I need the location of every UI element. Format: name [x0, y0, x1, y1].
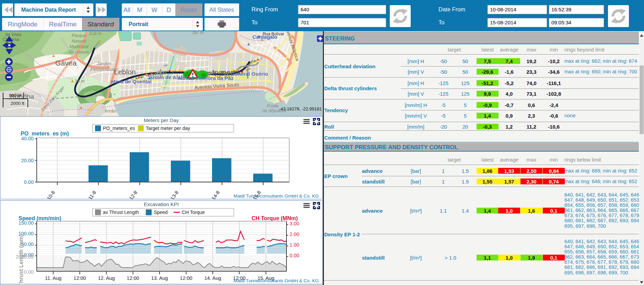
svg-text:Date From: Date From	[438, 6, 465, 12]
svg-text:40.00: 40.00	[21, 136, 34, 141]
svg-text:av Thrust Length (mm): av Thrust Length (mm)	[18, 234, 24, 284]
svg-text:D: D	[167, 7, 171, 13]
svg-text:All States: All States	[209, 7, 234, 13]
svg-text:16:52:39: 16:52:39	[551, 7, 571, 12]
svg-text:W: W	[152, 7, 157, 13]
svg-text:Parque: Parque	[72, 33, 86, 38]
svg-text:To: To	[251, 19, 257, 25]
svg-text:RingMode: RingMode	[8, 21, 38, 28]
svg-text:14. Aug: 14. Aug	[204, 275, 221, 281]
svg-text:267 m: 267 m	[192, 31, 203, 35]
svg-text:3.00: 3.00	[290, 221, 299, 226]
svg-text:ntero de Quental: ntero de Quental	[110, 79, 151, 84]
svg-text:All: All	[124, 7, 130, 13]
svg-text:09:05:34: 09:05:34	[551, 20, 571, 25]
svg-text:Standard: Standard	[87, 21, 114, 28]
svg-text:0.00: 0.00	[290, 253, 299, 258]
svg-text:RealTime: RealTime	[49, 21, 77, 28]
svg-text:PO_meters_es: PO_meters_es	[103, 126, 135, 131]
svg-text:Leblon: Leblon	[114, 68, 136, 76]
svg-text:0.00: 0.00	[24, 269, 34, 275]
svg-text:CH Torque (MNm): CH Torque (MNm)	[251, 215, 298, 221]
svg-text:Pernambuco: Pernambuco	[90, 67, 118, 72]
svg-text:Ponta: Ponta	[267, 103, 279, 108]
svg-text:12. Aug: 12. Aug	[98, 275, 115, 281]
svg-text:Meters per Day: Meters per Day	[144, 117, 179, 123]
svg-text:Ring From: Ring From	[251, 6, 278, 12]
svg-text:12:00: 12:00	[127, 275, 139, 281]
svg-text:Speed: Speed	[154, 210, 167, 215]
svg-text:Maidl Tunnelconsultants GmbH &: Maidl Tunnelconsultants GmbH & Co. KG	[234, 278, 319, 283]
svg-text:Municipal: Municipal	[70, 44, 89, 49]
svg-text:20.00: 20.00	[21, 158, 34, 163]
svg-text:Gávea: Gávea	[55, 59, 77, 67]
svg-text:150.00: 150.00	[19, 220, 34, 226]
svg-text:12:00: 12:00	[73, 275, 86, 281]
svg-text:0.00: 0.00	[24, 179, 34, 185]
svg-text:2.00: 2.00	[290, 231, 299, 237]
svg-text:To: To	[438, 19, 444, 25]
svg-text:Rua Bolívar: Rua Bolívar	[263, 32, 284, 36]
svg-text:da Cidade: da Cidade	[69, 49, 89, 55]
svg-text:Machine Data Report: Machine Data Report	[21, 7, 76, 13]
svg-text:av Thrust Length: av Thrust Length	[103, 210, 139, 215]
svg-text:Natural: Natural	[72, 38, 86, 44]
svg-text:500 m: 500 m	[9, 93, 21, 98]
svg-text:13. Aug: 13. Aug	[151, 275, 168, 281]
svg-text:General Osório: General Osório	[231, 71, 268, 77]
svg-text:10-08-2014: 10-08-2014	[490, 7, 516, 12]
svg-text:-43.18278, -22.99181: -43.18278, -22.99181	[279, 106, 322, 111]
svg-text:2000 ft: 2000 ft	[11, 101, 24, 106]
svg-text:1.00: 1.00	[290, 242, 299, 248]
svg-text:M: M	[137, 7, 142, 13]
svg-text:Excavation KPI: Excavation KPI	[144, 201, 179, 207]
svg-text:da Vista: da Vista	[5, 32, 22, 37]
svg-text:Maidl Tunnelconsultants GmbH &: Maidl Tunnelconsultants GmbH & Co. KG	[234, 193, 319, 199]
svg-text:640: 640	[301, 7, 309, 12]
svg-text:Portrait: Portrait	[129, 21, 149, 27]
svg-text:38 m: 38 m	[75, 79, 85, 84]
svg-text:Jardim: Jardim	[96, 61, 111, 66]
svg-text:701: 701	[301, 20, 309, 25]
svg-text:218 m: 218 m	[89, 31, 102, 36]
svg-text:Reset: Reset	[180, 7, 197, 13]
svg-text:Irmão: Irmão	[105, 108, 116, 114]
svg-text:11. Aug: 11. Aug	[45, 275, 61, 281]
svg-text:12:00: 12:00	[180, 275, 192, 281]
svg-text:Target meter per day: Target meter per day	[146, 126, 190, 131]
svg-text:15-08-2014: 15-08-2014	[490, 20, 516, 25]
svg-text:CH Torque: CH Torque	[182, 210, 205, 215]
